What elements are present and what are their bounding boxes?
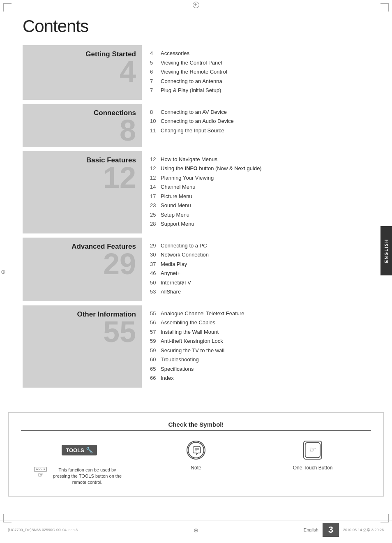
entry-text: Network Connection <box>161 251 209 259</box>
tools-icon-area: TOOLS 🔧 <box>62 439 97 462</box>
toc-section: Getting Started44Accessories5Viewing the… <box>23 45 369 100</box>
list-item: 59Anti-theft Kensington Lock <box>150 337 369 345</box>
entry-text: Picture Menu <box>161 192 192 201</box>
section-entries: 4Accessories5Viewing the Control Panel6V… <box>142 45 369 100</box>
one-touch-label: One-Touch Button <box>293 465 333 471</box>
bottom-date: 2010-05-14 오후 3:29:26 <box>343 527 384 533</box>
page: ⊕ ENGLISH Contents Getting Started44Acce… <box>0 0 392 543</box>
toc-container: Getting Started44Accessories5Viewing the… <box>23 45 369 388</box>
entry-number: 10 <box>150 117 161 125</box>
list-item: 37Media Play <box>150 260 369 268</box>
list-item: 53AllShare <box>150 288 369 296</box>
section-entries: 12How to Navigate Menus12Using the INFO … <box>142 151 369 233</box>
entry-number: 59 <box>150 337 161 345</box>
bottom-crosshair: ⊕ <box>194 527 198 534</box>
entry-number: 59 <box>150 347 161 355</box>
svg-point-0 <box>188 442 204 458</box>
symbol-tools: TOOLS 🔧 TOOLS ☞ This function can be use… <box>34 439 125 486</box>
entry-number: 30 <box>150 251 161 259</box>
list-item: 8Connecting to an AV Device <box>150 108 369 116</box>
entry-text: Changing the Input Source <box>161 127 224 135</box>
entry-text: Connecting to an Audio Device <box>161 117 234 125</box>
entry-number: 8 <box>150 108 161 116</box>
list-item: 5Viewing the Control Panel <box>150 59 369 67</box>
list-item: 25Setup Menu <box>150 211 369 219</box>
corner-mark-tl <box>3 3 12 12</box>
section-label: Advanced Features29 <box>23 238 142 301</box>
entry-text: Internet@TV <box>161 279 191 287</box>
list-item: 57Installing the Wall Mount <box>150 328 369 336</box>
entry-text: Using the INFO button (Now & Next guide) <box>161 164 262 173</box>
entry-text: Channel Menu <box>161 183 196 191</box>
toc-section: Advanced Features2929Connecting to a PC3… <box>23 238 369 301</box>
tools-desc-text: This function can be used by pressing th… <box>50 467 125 486</box>
toc-section: Basic Features1212How to Navigate Menus1… <box>23 151 369 233</box>
list-item: 66Index <box>150 374 369 382</box>
entry-text: Viewing the Control Panel <box>161 59 222 67</box>
bottom-bar: [UC7700_Fre]BN68-02590G-00L04.indb 3 ⊕ E… <box>0 520 392 537</box>
section-entries: 55Analogue Channel Teletext Feature56Ass… <box>142 305 369 388</box>
entry-number: 55 <box>150 310 161 318</box>
entry-number: 5 <box>150 59 161 67</box>
toc-section: Other Information5555Analogue Channel Te… <box>23 305 369 388</box>
entry-number: 25 <box>150 211 161 219</box>
list-item: 12Using the INFO button (Now & Next guid… <box>150 164 369 173</box>
english-label: English <box>304 527 318 532</box>
entry-number: 7 <box>150 77 161 85</box>
list-item: 4Accessories <box>150 49 369 58</box>
section-label: Connections8 <box>23 104 142 147</box>
wrench-icon: 🔧 <box>86 447 93 453</box>
entry-text: Viewing the Remote Control <box>161 68 227 76</box>
list-item: 30Network Connection <box>150 251 369 259</box>
entry-text: Accessories <box>161 49 189 58</box>
tools-badge: TOOLS 🔧 <box>62 445 97 455</box>
entry-text: Assembling the Cables <box>161 319 215 327</box>
entry-number: 57 <box>150 328 161 336</box>
entry-text: Connecting to an Antenna <box>161 77 222 85</box>
list-item: 17Picture Menu <box>150 192 369 201</box>
entry-number: 12 <box>150 155 161 164</box>
entry-number: 6 <box>150 68 161 76</box>
list-item: 60Troubleshooting <box>150 356 369 364</box>
entry-number: 28 <box>150 220 161 228</box>
hand-icon: ☞ <box>38 471 44 479</box>
entry-number: 7 <box>150 86 161 95</box>
entry-number: 12 <box>150 164 161 173</box>
entry-text: Media Play <box>161 260 187 268</box>
entry-number: 53 <box>150 288 161 296</box>
entry-number: 23 <box>150 201 161 210</box>
entry-number: 50 <box>150 279 161 287</box>
note-label: Note <box>191 465 201 471</box>
entry-text: Plug & Play (Initial Setup) <box>161 86 221 95</box>
entry-text: Anti-theft Kensington Lock <box>161 337 223 345</box>
corner-mark-tr <box>380 3 389 12</box>
page-number: 3 <box>323 523 339 537</box>
list-item: 7Connecting to an Antenna <box>150 77 369 85</box>
list-item: 50Internet@TV <box>150 279 369 287</box>
symbol-box-title: Check the Symbol! <box>21 421 371 431</box>
entry-text: Specifications <box>161 365 194 373</box>
list-item: 29Connecting to a PC <box>150 242 369 250</box>
entry-text: Anynet+ <box>161 269 180 277</box>
entry-number: 14 <box>150 183 161 191</box>
section-entries: 29Connecting to a PC30Network Connection… <box>142 238 369 301</box>
list-item: 11Changing the Input Source <box>150 127 369 135</box>
entry-number: 29 <box>150 242 161 250</box>
section-number: 4 <box>120 58 136 85</box>
symbol-box: Check the Symbol! TOOLS 🔧 TOOLS ☞ <box>8 412 384 497</box>
list-item: 55Analogue Channel Teletext Feature <box>150 310 369 318</box>
section-number: 8 <box>120 117 136 144</box>
left-crosshair: ⊕ <box>1 268 6 275</box>
section-number: 12 <box>103 164 136 191</box>
entry-text: Installing the Wall Mount <box>161 328 219 336</box>
entry-number: 4 <box>150 49 161 58</box>
entry-text: AllShare <box>161 288 181 296</box>
list-item: 56Assembling the Cables <box>150 319 369 327</box>
note-icon-area <box>187 439 205 462</box>
section-label: Basic Features12 <box>23 151 142 233</box>
entry-number: 11 <box>150 127 161 135</box>
symbol-note: Note <box>151 439 241 471</box>
entry-text: Troubleshooting <box>161 356 199 364</box>
one-touch-icon-area: ☞ <box>303 439 322 462</box>
symbol-one-touch: ☞ One-Touch Button <box>267 439 358 471</box>
